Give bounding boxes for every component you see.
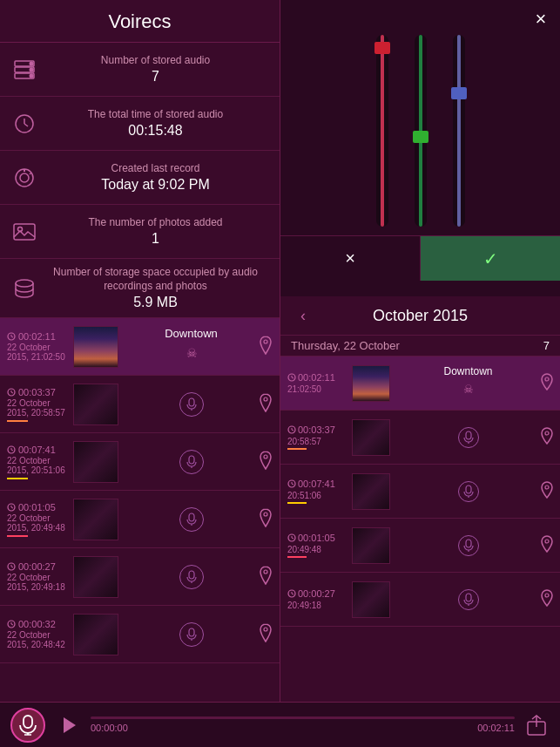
list-item[interactable]: 00:00:27 22 October 2015, 20:49:18	[0, 548, 280, 606]
svg-rect-24	[189, 398, 194, 406]
mixer-actions: × ✓	[280, 235, 560, 281]
stat-audio-value: 7	[44, 69, 267, 85]
calendar-back-button[interactable]: ‹	[291, 303, 315, 328]
stat-time-value: 00:15:48	[44, 123, 267, 139]
close-mixer-button[interactable]: ×	[529, 7, 553, 31]
mixer-ok-button[interactable]: ✓	[421, 236, 560, 281]
location-pin-icon	[541, 427, 553, 448]
svg-point-10	[20, 173, 29, 182]
mic-record-button[interactable]	[10, 708, 45, 743]
list-item[interactable]: 00:02:11 22 October 2015, 21:02:50 Downt…	[0, 318, 280, 376]
slider-thumb-blue[interactable]	[451, 87, 467, 99]
share-button[interactable]	[523, 712, 550, 738]
svg-rect-36	[189, 513, 194, 521]
rec-duration: 00:01:05	[287, 533, 347, 543]
stat-photos-label: The number of photos added	[44, 216, 267, 230]
slider-track-red[interactable]	[376, 35, 388, 227]
stat-record-value: Today at 9:02 PM	[44, 177, 267, 193]
rec-title-area: Downtown ☠	[395, 365, 541, 401]
location-pin-icon	[259, 336, 273, 358]
location-pin-icon	[541, 589, 553, 610]
svg-point-38	[264, 513, 267, 516]
stat-record-content: Created last record Today at 9:02 PM	[40, 162, 271, 194]
record-icon	[9, 162, 40, 194]
list-item[interactable]: 00:07:41 22 October 2015, 20:51:06	[0, 433, 280, 491]
svg-line-8	[24, 124, 28, 126]
rec-duration: 00:07:41	[7, 445, 56, 455]
svg-text:☠: ☠	[186, 346, 197, 360]
svg-point-44	[264, 570, 267, 574]
svg-line-23	[11, 392, 13, 393]
rec-datetime: 22 October 2015, 20:49:18	[7, 573, 68, 592]
progress-track[interactable]	[91, 716, 515, 719]
rec-duration: 00:02:11	[7, 331, 56, 342]
rec-title-area	[124, 622, 259, 647]
mixer-cancel-button[interactable]: ×	[280, 236, 421, 281]
rec-time-info: 00:07:41 22 October 2015, 20:51:06	[7, 445, 68, 479]
rec-thumbnail	[73, 384, 118, 425]
mic-icon	[179, 565, 204, 589]
list-item[interactable]: 00:07:41 20:51:06	[280, 465, 560, 519]
svg-point-61	[545, 431, 549, 435]
location-pin-icon	[541, 373, 553, 394]
app-title: Voirecs	[0, 0, 280, 43]
svg-line-64	[292, 484, 293, 485]
slider-track-green[interactable]	[415, 35, 427, 227]
calendar-header: ‹ October 2015	[280, 296, 560, 336]
rec-time-info: 00:00:27 20:49:18	[287, 588, 347, 610]
stat-storage-value: 5.9 MB	[44, 295, 267, 310]
stat-row-time: The total time of stored audio 00:15:48	[0, 97, 280, 151]
list-item[interactable]: 00:03:37 22 October 2015, 20:58:57	[0, 376, 280, 433]
rec-thumbnail	[73, 556, 118, 598]
svg-line-41	[11, 567, 13, 567]
svg-line-70	[292, 538, 293, 539]
rec-time-info: 00:00:32 22 October 2015, 20:48:42	[7, 619, 68, 649]
svg-line-35	[11, 507, 13, 508]
rec-duration: 00:02:11	[287, 372, 347, 383]
rec-time-info: 00:07:41 20:51:06	[287, 479, 347, 504]
slider-track-blue[interactable]	[453, 35, 465, 227]
svg-point-15	[16, 280, 33, 287]
svg-point-4	[30, 68, 33, 71]
location-pin-icon	[541, 481, 553, 502]
mic-icon	[458, 535, 479, 556]
play-button[interactable]	[56, 712, 82, 738]
rec-time: 20:51:06	[287, 491, 347, 500]
clock-icon	[9, 108, 40, 139]
svg-line-47	[11, 624, 13, 625]
rec-title: Downtown	[443, 365, 492, 377]
stat-audio-label: Number of stored audio	[44, 54, 267, 68]
svg-line-58	[292, 430, 293, 431]
rec-datetime: 22 October 2015, 21:02:50	[7, 343, 68, 362]
rec-title: Downtown	[165, 327, 218, 340]
svg-point-50	[264, 628, 267, 631]
rec-title-area	[124, 507, 259, 532]
rec-thumbnail	[352, 473, 390, 510]
slider-thumb-red[interactable]	[374, 42, 390, 54]
svg-line-53	[292, 377, 293, 378]
list-item[interactable]: 00:00:27 20:49:18	[280, 573, 560, 627]
slider-red	[376, 35, 388, 227]
list-item[interactable]: 00:01:05 22 October 2015, 20:49:48	[0, 491, 280, 548]
list-item[interactable]: 00:03:37 20:58:57	[280, 411, 560, 465]
rec-title-area	[395, 535, 541, 556]
list-item[interactable]: 00:01:05 20:49:48	[280, 519, 560, 573]
rec-time-info: 00:01:05 20:49:48	[287, 533, 347, 558]
list-item[interactable]: 00:00:32 22 October 2015, 20:48:42	[0, 606, 280, 663]
rec-time: 20:49:48	[287, 545, 347, 554]
rec-duration: 00:01:05	[7, 502, 56, 513]
svg-point-5	[30, 74, 33, 77]
mic-icon	[179, 622, 204, 647]
stat-row-photos: The number of photos added 1	[0, 205, 280, 259]
list-item[interactable]: 00:02:11 21:02:50 Downtown ☠	[280, 357, 560, 411]
rec-time: 21:02:50	[287, 384, 347, 394]
slider-blue	[453, 35, 465, 227]
storage-icon	[9, 273, 40, 304]
rec-time-info: 00:03:37 22 October 2015, 20:58:57	[7, 387, 68, 422]
rec-title-area: Downtown ☠	[124, 327, 259, 366]
location-pin-icon	[259, 623, 273, 646]
svg-rect-77	[466, 594, 471, 601]
svg-point-3	[30, 62, 33, 65]
slider-thumb-green[interactable]	[413, 131, 428, 143]
rec-datetime: 22 October 2015, 20:48:42	[7, 630, 68, 649]
